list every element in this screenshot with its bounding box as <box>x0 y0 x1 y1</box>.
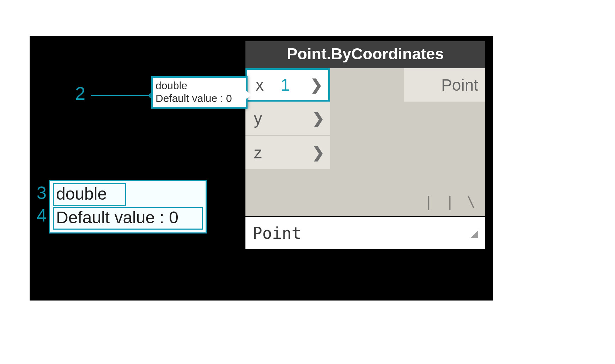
chevron-right-icon[interactable]: ❯ <box>312 144 324 161</box>
port-label: y <box>254 109 262 128</box>
preview-result-text: Point <box>252 224 301 243</box>
input-port-y[interactable]: y ❯ <box>245 102 330 136</box>
output-port-point[interactable]: Point <box>404 68 485 102</box>
input-ports-column: x 1 ❯ y ❯ z ❯ <box>245 68 330 216</box>
tooltip-type-line: double <box>156 79 243 92</box>
node-preview-footer[interactable]: Point <box>245 216 485 249</box>
callout-number-3: 3 <box>37 183 47 203</box>
port-label: x <box>256 75 264 95</box>
tooltip-default-line: Default value : 0 <box>156 92 243 105</box>
tooltip-zoom-type-line: double <box>53 183 126 206</box>
input-port-z[interactable]: z ❯ <box>245 136 330 170</box>
callout-leader-line <box>91 95 151 96</box>
chevron-right-icon[interactable]: ❯ <box>312 110 324 127</box>
node-title: Point.ByCoordinates <box>245 41 485 68</box>
callout-number-4: 4 <box>37 205 47 226</box>
input-port-x[interactable]: x 1 ❯ <box>245 68 330 102</box>
node-point-bycoordinates[interactable]: Point.ByCoordinates x 1 ❯ y ❯ z ❯ Point … <box>245 41 485 249</box>
port-label: Point <box>441 75 478 95</box>
port-tooltip: double Default value : 0 <box>151 76 248 109</box>
expand-corner-icon[interactable] <box>470 230 478 238</box>
tooltip-zoom-view: double Default value : 0 <box>49 180 207 233</box>
port-label: z <box>254 143 262 162</box>
callout-number-2: 2 <box>75 83 85 104</box>
tooltip-zoom-default-line: Default value : 0 <box>53 207 203 230</box>
node-body: x 1 ❯ y ❯ z ❯ Point | | \ <box>245 68 485 216</box>
lacing-icon[interactable]: | | \ <box>425 194 477 210</box>
output-ports-column: Point <box>404 68 485 102</box>
callout-number-1: 1 <box>281 75 290 95</box>
chevron-right-icon[interactable]: ❯ <box>310 76 323 93</box>
